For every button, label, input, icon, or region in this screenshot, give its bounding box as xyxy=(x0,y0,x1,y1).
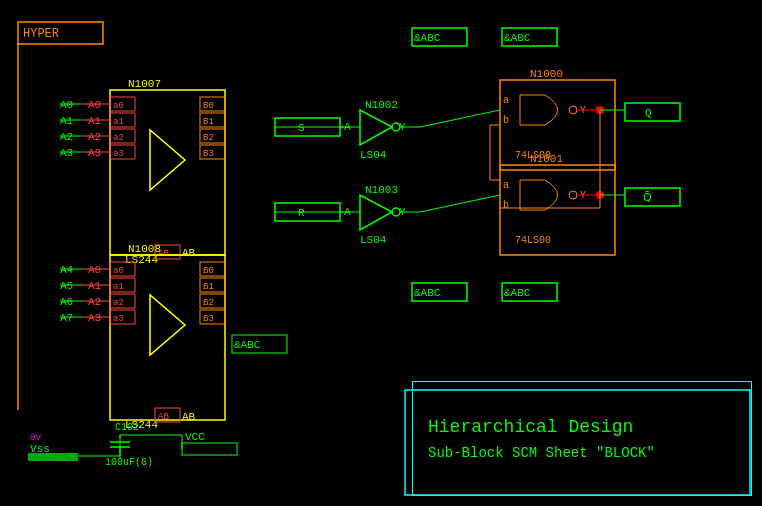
svg-text:A0: A0 xyxy=(88,99,101,111)
info-subtitle: Sub-Block SCM Sheet "BLOCK" xyxy=(428,445,736,461)
svg-text:N1000: N1000 xyxy=(530,68,563,80)
svg-text:B3: B3 xyxy=(203,314,214,324)
svg-text:a3: a3 xyxy=(113,149,124,159)
svg-text:a2: a2 xyxy=(113,133,124,143)
svg-text:&ABC: &ABC xyxy=(234,339,261,351)
info-title: Hierarchical Design xyxy=(428,417,736,437)
svg-text:B0: B0 xyxy=(203,101,214,111)
svg-text:74LS00: 74LS00 xyxy=(515,235,551,246)
svg-text:AB: AB xyxy=(158,412,169,422)
svg-text:A2: A2 xyxy=(88,296,101,308)
svg-text:B1: B1 xyxy=(203,282,214,292)
schematic-canvas: HYPER N1007 LS244 a0 a1 a2 a3 B0 B1 xyxy=(0,0,762,506)
svg-text:A5: A5 xyxy=(60,280,73,292)
svg-text:A6: A6 xyxy=(60,296,73,308)
svg-text:a2: a2 xyxy=(113,298,124,308)
svg-text:0V: 0V xyxy=(30,433,41,443)
svg-text:100uF(G): 100uF(G) xyxy=(105,457,153,468)
svg-text:&ABC: &ABC xyxy=(504,287,531,299)
svg-text:a: a xyxy=(503,180,509,191)
svg-text:A2: A2 xyxy=(60,131,73,143)
svg-text:&ABC: &ABC xyxy=(504,32,531,44)
svg-text:A0: A0 xyxy=(60,99,73,111)
svg-text:N1008: N1008 xyxy=(128,243,161,255)
svg-text:A1: A1 xyxy=(88,115,102,127)
svg-text:A1: A1 xyxy=(88,280,102,292)
svg-text:A0: A0 xyxy=(88,264,101,276)
svg-text:A3: A3 xyxy=(88,312,101,324)
ls244-top-label: LS244 xyxy=(125,254,158,266)
svg-text:a1: a1 xyxy=(113,117,124,127)
svg-text:A3: A3 xyxy=(60,147,73,159)
svg-text:S: S xyxy=(298,122,305,134)
svg-text:N1001: N1001 xyxy=(530,153,563,165)
svg-text:AB: AB xyxy=(182,411,196,423)
svg-text:A2: A2 xyxy=(88,131,101,143)
svg-text:R: R xyxy=(298,207,305,219)
svg-text:B1: B1 xyxy=(203,117,214,127)
svg-text:LS04: LS04 xyxy=(360,234,387,246)
svg-text:A3: A3 xyxy=(88,147,101,159)
svg-text:B3: B3 xyxy=(203,149,214,159)
svg-text:Q: Q xyxy=(645,107,652,119)
svg-text:VCC: VCC xyxy=(185,431,205,443)
svg-text:A7: A7 xyxy=(60,312,73,324)
svg-text:C102: C102 xyxy=(115,422,139,433)
svg-text:Q̄: Q̄ xyxy=(643,191,652,204)
svg-text:b: b xyxy=(503,115,509,126)
svg-text:N1003: N1003 xyxy=(365,184,398,196)
svg-text:a0: a0 xyxy=(113,101,124,111)
svg-text:LS04: LS04 xyxy=(360,149,387,161)
svg-text:B2: B2 xyxy=(203,133,214,143)
svg-text:a1: a1 xyxy=(113,282,124,292)
info-box: Hierarchical Design Sub-Block SCM Sheet … xyxy=(412,381,752,496)
svg-text:&ABC: &ABC xyxy=(414,287,441,299)
svg-text:b: b xyxy=(503,200,509,211)
n1007-label: N1007 xyxy=(128,78,161,90)
svg-text:a: a xyxy=(503,95,509,106)
svg-text:&ABC: &ABC xyxy=(414,32,441,44)
svg-text:a3: a3 xyxy=(113,314,124,324)
svg-text:a0: a0 xyxy=(113,266,124,276)
hyper-label: HYPER xyxy=(23,27,59,41)
svg-text:AB: AB xyxy=(182,247,196,259)
svg-text:B0: B0 xyxy=(203,266,214,276)
svg-text:A4: A4 xyxy=(60,264,74,276)
svg-rect-150 xyxy=(28,453,78,461)
svg-text:N1002: N1002 xyxy=(365,99,398,111)
svg-text:A1: A1 xyxy=(60,115,74,127)
svg-text:B2: B2 xyxy=(203,298,214,308)
